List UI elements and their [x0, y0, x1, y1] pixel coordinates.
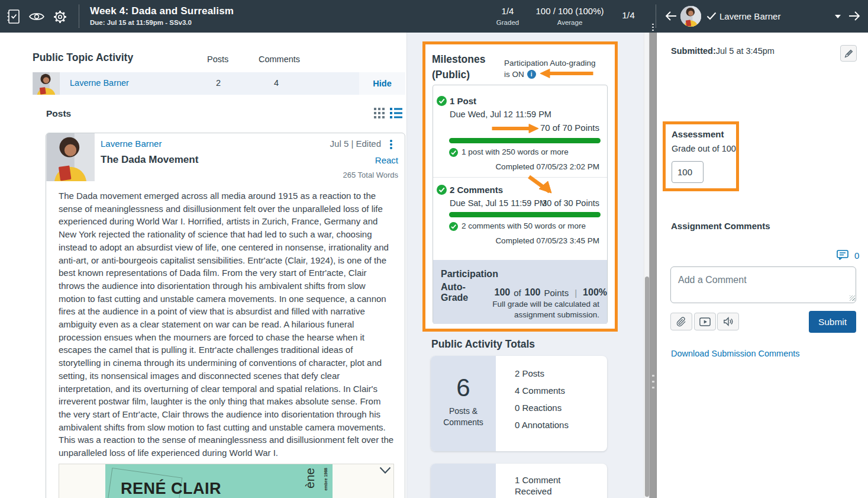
annotation-arrow-diagonal	[528, 174, 559, 198]
post-author-link[interactable]: Laverne Barner	[101, 139, 162, 149]
totals-item: 4 Comments	[515, 385, 565, 396]
poster-image: RENÉ CLAIR ène embre 1988	[105, 464, 333, 498]
totals-big-number-panel: 6 Posts & Comments	[431, 356, 496, 451]
middle-scrollbar-track[interactable]	[644, 33, 649, 498]
assessment-heading: Assessment	[672, 129, 724, 139]
attach-file-button[interactable]	[670, 313, 692, 330]
milestones-panel-annotation-box: Milestones (Public) Participation Auto-g…	[422, 41, 618, 332]
assignment-comments-heading: Assignment Comments	[671, 221, 770, 231]
milestone2-points: 30 of 30 Points	[542, 198, 599, 208]
post-body-text: The Dada movement emerged across all med…	[59, 189, 394, 460]
grid-view-icon[interactable]	[374, 108, 386, 118]
panel-drag-grip[interactable]	[652, 375, 654, 390]
gear-icon[interactable]	[51, 8, 69, 25]
graded-label: Graded	[484, 17, 531, 28]
student-avatar	[680, 6, 701, 27]
milestone1-name: 1 Post	[450, 96, 476, 106]
submitted-label: Submitted:	[671, 46, 716, 56]
header-divider-left	[79, 5, 79, 28]
assignment-title: Week 4: Dada and Surrealism	[90, 5, 234, 17]
totals-item: 0 Annotations	[515, 420, 569, 430]
totals-big-number: 6	[431, 374, 496, 402]
header-divider-right	[656, 5, 656, 28]
totals-item: 2 Posts	[515, 368, 544, 378]
autograde-percent: 100%	[583, 287, 607, 298]
participation-label: Participation	[441, 269, 498, 279]
post-date-meta: Jul 5 | Edited	[330, 139, 381, 149]
milestone2-check-icon	[437, 185, 447, 195]
hide-button-label[interactable]: Hide	[373, 79, 391, 88]
autograde-note: Full grade will be calculated at assignm…	[451, 299, 599, 320]
row-posts-count: 2	[216, 78, 221, 88]
poster-rotated-small-text: embre 1988	[324, 468, 328, 491]
graded-stat: 1/4 Graded	[484, 5, 531, 28]
activity-section-title: Public Topic Activity	[33, 52, 133, 64]
totals-card-posts-comments: 6 Posts & Comments 2 Posts 4 Comments 0 …	[431, 356, 607, 451]
previous-student-button[interactable]	[663, 9, 679, 23]
milestone-divider	[433, 177, 607, 178]
milestone2-progress-bar	[449, 212, 601, 217]
comments-column-header: Comments	[259, 54, 300, 64]
speech-to-text-button[interactable]	[717, 313, 739, 330]
milestone2-due: Due Sat, Jul 15 11:59 PM	[450, 198, 547, 208]
middle-scrollbar-thumb[interactable]	[645, 277, 649, 497]
download-submission-comments-link[interactable]: Download Submission Comments	[671, 349, 800, 358]
totals-card-comments-received: 1 1 Comment Received	[431, 464, 607, 498]
hide-button[interactable]: Hide	[359, 72, 405, 95]
milestone2-completed: Completed 07/05/23 3:45 PM	[495, 236, 599, 245]
milestone2-name: 2 Comments	[450, 185, 503, 195]
assessment-annotation-box: Assessment Grade out of 100	[663, 121, 739, 191]
grading-panel: Submitted:Jul 5 at 3:45pm Assessment Gra…	[657, 33, 868, 498]
info-icon[interactable]: i	[527, 70, 536, 79]
totals-item: 1 Comment Received	[515, 474, 592, 497]
row-avatar	[33, 72, 60, 95]
grade-out-of-label: Grade out of 100	[672, 144, 736, 153]
post-title: The Dada Movement	[101, 154, 198, 166]
grade-input[interactable]	[672, 161, 704, 183]
top-header: Week 4: Dada and Surrealism Due: Jul 15 …	[0, 0, 868, 33]
milestone1-criteria: 1 post with 250 words or more	[462, 147, 569, 156]
assignment-due: Due: Jul 15 at 11:59pm - SSv3.0	[90, 19, 192, 26]
rubric-icon[interactable]	[5, 8, 22, 25]
average-label: Average	[531, 17, 608, 28]
graded-check-icon	[706, 12, 717, 23]
eye-icon[interactable]	[28, 8, 46, 25]
list-view-icon[interactable]	[390, 108, 402, 118]
average-stat: 100 / 100 (100%) Average	[531, 5, 608, 28]
totals-big-number-panel: 1	[431, 464, 496, 498]
next-student-button[interactable]	[847, 9, 862, 23]
speedgrader-app: Week 4: Dada and Surrealism Due: Jul 15 …	[0, 0, 868, 498]
milestone2-criteria-check-icon	[449, 222, 458, 231]
totals-big-label: Posts & Comments	[439, 406, 488, 428]
post-kebab-menu[interactable]	[387, 139, 395, 150]
comment-count-value: 0	[854, 250, 859, 261]
annotation-arrow-right	[491, 124, 538, 133]
milestone1-due: Due Wed, Jul 12 11:59 PM	[450, 110, 551, 119]
comment-count: 0	[837, 250, 859, 261]
submitted-value: Jul 5 at 3:45pm	[716, 46, 775, 56]
media-icon	[699, 317, 711, 326]
total-words: 265 Total Words	[343, 171, 398, 179]
milestones-column: Milestones (Public) Participation Auto-g…	[406, 33, 644, 498]
milestone1-points: 70 of 70 Points	[540, 123, 599, 133]
milestones-title: Milestones (Public)	[432, 52, 485, 82]
student-dropdown-caret[interactable]	[835, 15, 841, 18]
milestone1-criteria-check-icon	[449, 148, 458, 157]
milestone1-completed: Completed 07/05/23 2:02 PM	[495, 162, 599, 171]
selected-student-name[interactable]: Laverne Barner	[719, 11, 780, 21]
panel-drag-grip-top[interactable]	[652, 24, 654, 32]
milestone1-progress-bar	[449, 138, 601, 143]
react-link[interactable]: React	[375, 155, 398, 165]
posts-column-header: Posts	[207, 54, 228, 64]
collapse-chevron-icon[interactable]	[379, 466, 391, 477]
totals-item: 0 Reactions	[515, 403, 562, 413]
submitted-status: Submitted:Jul 5 at 3:45pm	[671, 46, 775, 56]
milestones-card: 1 Post Due Wed, Jul 12 11:59 PM 70 of 70…	[433, 85, 608, 324]
record-media-button[interactable]	[694, 313, 716, 330]
row-student-name-link[interactable]: Laverne Barner	[70, 78, 129, 88]
milestone1-check-icon	[437, 96, 447, 106]
panel-resize-divider[interactable]	[649, 33, 657, 498]
add-comment-textarea[interactable]	[670, 266, 856, 303]
edit-submission-button[interactable]	[840, 45, 857, 62]
submit-button[interactable]: Submit	[809, 311, 856, 333]
